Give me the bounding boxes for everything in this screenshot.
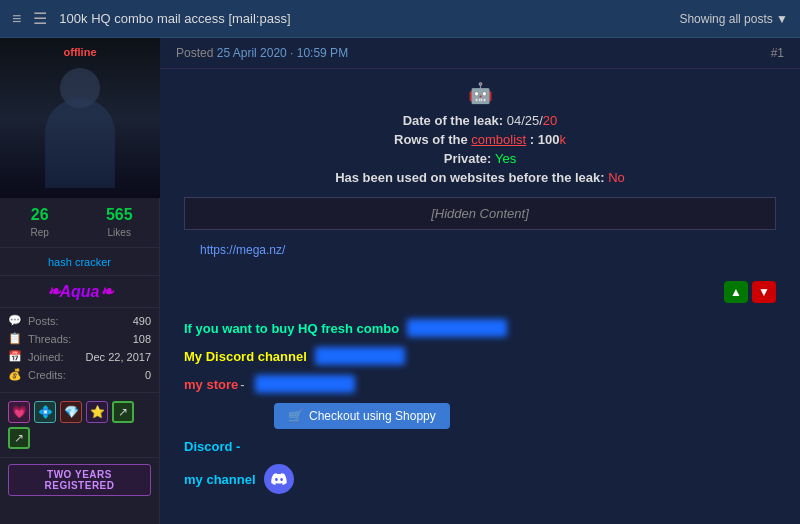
post-number: #1 — [771, 46, 784, 60]
discord-line: Discord - — [184, 439, 776, 454]
post-body: 🤖 Date of the leak: 04/25/20 Rows of the… — [160, 69, 800, 281]
info-line1-highlight: 20 — [543, 113, 557, 128]
user-avatar: offline — [0, 38, 160, 198]
posts-value: 490 — [133, 315, 151, 327]
user-name: ❧Aqua❧ — [0, 276, 159, 308]
info-line1: Date of the leak: 04/25/20 — [184, 113, 776, 128]
scroll-down-button[interactable]: ▼ — [752, 281, 776, 303]
promo-discord-link[interactable] — [315, 347, 405, 365]
post-date-link[interactable]: 25 April 2020 · 10:59 PM — [217, 46, 348, 60]
threads-label: Threads: — [28, 333, 133, 345]
store-label: my store — [184, 377, 238, 392]
likes-value: 565 — [80, 206, 160, 224]
likes-label: Likes — [108, 227, 131, 238]
credits-row: 💰 Credits: 0 — [8, 368, 151, 381]
checkout-label: Checkout using Shoppy — [309, 409, 436, 423]
badge-arrow[interactable]: ↗ — [112, 401, 134, 423]
store-link[interactable] — [255, 375, 355, 393]
info-combolist: combolist — [471, 132, 526, 147]
credits-label: Credits: — [28, 369, 145, 381]
posts-icon: 💬 — [8, 314, 22, 327]
badge-gem[interactable]: 💎 — [60, 401, 82, 423]
post-header: Posted 25 April 2020 · 10:59 PM #1 — [160, 38, 800, 69]
post-date-text: Posted — [176, 46, 217, 60]
discord-icon[interactable] — [264, 464, 294, 494]
promo-buy-link[interactable] — [407, 319, 507, 337]
badge-diamond[interactable]: 💠 — [34, 401, 56, 423]
posts-row: 💬 Posts: 490 — [8, 314, 151, 327]
hidden-content-box: [Hidden Content] — [184, 197, 776, 230]
joined-icon: 📅 — [8, 350, 22, 363]
info-line2-suffix: : 100 — [530, 132, 560, 147]
list-icon[interactable]: ☰ — [33, 9, 47, 28]
navbar: ≡ ☰ 100k HQ combo mail access [mail:pass… — [0, 0, 800, 38]
checkout-button[interactable]: 🛒 Checkout using Shoppy — [274, 403, 450, 429]
store-line: my store - — [184, 375, 776, 393]
badge-arrow2[interactable]: ↗ — [8, 427, 30, 449]
badges-row: 💗 💠 💎 ⭐ ↗ ↗ — [0, 393, 159, 458]
credits-icon: 💰 — [8, 368, 22, 381]
channel-line: my channel — [184, 464, 776, 494]
link-line: https://mega.nz/ — [184, 238, 776, 269]
info-line2-k: k — [559, 132, 566, 147]
scroll-up-button[interactable]: ▲ — [724, 281, 748, 303]
menu-icon[interactable]: ≡ — [12, 10, 21, 28]
posts-label: Posts: — [28, 315, 133, 327]
promo-discord-line: My Discord channel — [184, 347, 776, 365]
two-years-badge: TWO YEARS REGISTERED — [8, 464, 151, 496]
shoppy-icon: 🛒 — [288, 409, 303, 423]
promo-discord-text: My Discord channel — [184, 349, 307, 364]
promo-section: If you want to buy HQ fresh combo My Dis… — [160, 311, 800, 512]
store-dash: - — [240, 377, 244, 392]
nav-arrows: ▲ ▼ — [724, 281, 776, 303]
main-layout: offline 26 Rep 565 Likes hash cracker ❧A… — [0, 38, 800, 524]
user-title-text: hash cracker — [48, 256, 111, 268]
user-stats: 26 Rep 565 Likes — [0, 198, 159, 248]
info-line4-label: Has been used on websites before the lea… — [335, 170, 608, 185]
rep-value: 26 — [0, 206, 80, 224]
promo-buy-line: If you want to buy HQ fresh combo — [184, 319, 776, 337]
discord-text: Discord - — [184, 439, 240, 454]
user-info: 💬 Posts: 490 📋 Threads: 108 📅 Joined: De… — [0, 308, 159, 393]
info-line3-label: Private: — [444, 151, 495, 166]
post-container: Posted 25 April 2020 · 10:59 PM #1 🤖 Dat… — [160, 38, 800, 512]
info-line1-date: 04/25/ — [507, 113, 543, 128]
info-line3: Private: Yes — [184, 151, 776, 166]
page-title: 100k HQ combo mail access [mail:pass] — [59, 11, 290, 26]
promo-buy-text: If you want to buy HQ fresh combo — [184, 321, 399, 336]
checkout-line: 🛒 Checkout using Shoppy — [184, 403, 776, 439]
offline-badge: offline — [64, 46, 97, 58]
threads-value: 108 — [133, 333, 151, 345]
post-info: Date of the leak: 04/25/20 Rows of the c… — [184, 113, 776, 185]
badge-heart[interactable]: 💗 — [8, 401, 30, 423]
badge-star[interactable]: ⭐ — [86, 401, 108, 423]
joined-value: Dec 22, 2017 — [86, 351, 151, 363]
threads-row: 📋 Threads: 108 — [8, 332, 151, 345]
navbar-left: ≡ ☰ 100k HQ combo mail access [mail:pass… — [12, 9, 291, 28]
info-line4: Has been used on websites before the lea… — [184, 170, 776, 185]
rep-label: Rep — [31, 227, 49, 238]
sidebar: offline 26 Rep 565 Likes hash cracker ❧A… — [0, 38, 160, 524]
mega-link[interactable]: https://mega.nz/ — [200, 243, 285, 257]
post-date: Posted 25 April 2020 · 10:59 PM — [176, 46, 348, 60]
info-line1-label: Date of the leak: — [403, 113, 507, 128]
info-line4-value: No — [608, 170, 625, 185]
credits-value: 0 — [145, 369, 151, 381]
joined-label: Joined: — [28, 351, 86, 363]
joined-row: 📅 Joined: Dec 22, 2017 — [8, 350, 151, 363]
showing-all-posts[interactable]: Showing all posts ▼ — [679, 12, 788, 26]
user-title: hash cracker — [0, 248, 159, 276]
post-emoji: 🤖 — [184, 81, 776, 105]
content-area: Posted 25 April 2020 · 10:59 PM #1 🤖 Dat… — [160, 38, 800, 524]
channel-label: my channel — [184, 472, 256, 487]
rep-stat: 26 Rep — [0, 206, 80, 239]
threads-icon: 📋 — [8, 332, 22, 345]
likes-stat: 565 Likes — [80, 206, 160, 239]
info-line2: Rows of the combolist : 100k — [184, 132, 776, 147]
info-line3-value: Yes — [495, 151, 516, 166]
info-line2-prefix: Rows of the — [394, 132, 471, 147]
